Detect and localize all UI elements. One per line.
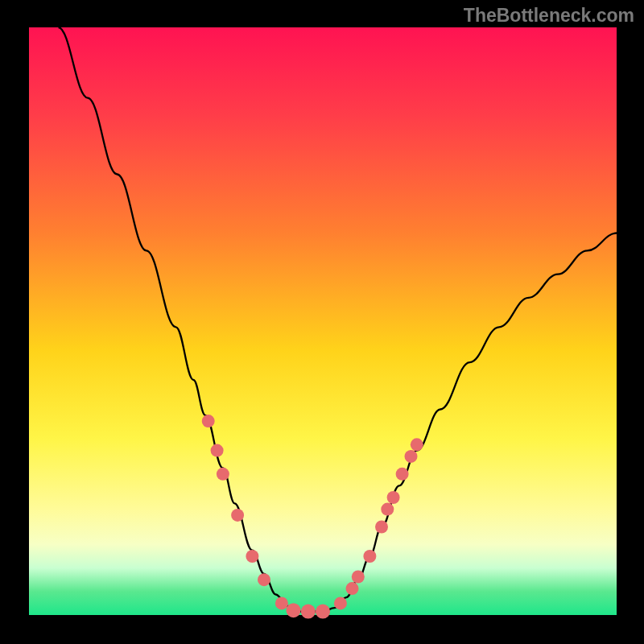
data-point: [411, 438, 423, 451]
data-point: [275, 597, 288, 609]
bottleneck-curve: [59, 27, 617, 612]
data-point: [363, 550, 376, 563]
data-point: [316, 605, 330, 619]
data-points: [202, 415, 423, 619]
data-point: [258, 573, 270, 586]
curve-layer: [29, 27, 617, 615]
data-point: [202, 415, 215, 427]
data-point: [381, 503, 394, 516]
data-point: [211, 444, 224, 457]
data-point: [231, 509, 244, 522]
data-point: [287, 603, 301, 617]
data-point: [375, 521, 388, 534]
watermark: TheBottleneck.com: [464, 5, 634, 27]
data-point: [405, 450, 418, 463]
data-point: [346, 582, 359, 595]
data-point: [396, 468, 409, 481]
data-point: [334, 597, 347, 609]
data-point: [301, 605, 316, 619]
data-point: [387, 491, 400, 504]
data-point: [246, 550, 258, 563]
data-point: [217, 468, 229, 481]
chart-stage: TheBottleneck.com: [0, 0, 644, 644]
data-point: [352, 571, 365, 584]
